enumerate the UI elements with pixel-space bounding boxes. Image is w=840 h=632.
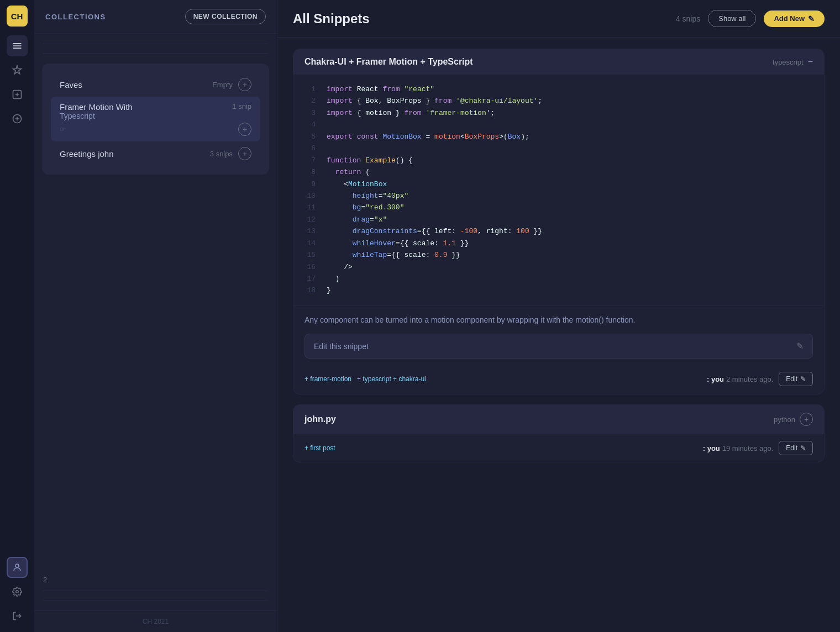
page-title: All Snippets bbox=[293, 11, 370, 27]
framer-bottom: ☞ + bbox=[60, 123, 251, 136]
snippet-edit-button[interactable]: Edit ✎ bbox=[779, 372, 813, 386]
separator-4 bbox=[43, 600, 268, 601]
main-header: All Snippets 4 snips Show all Add New ✎ bbox=[277, 0, 840, 38]
tag-framer-motion: + framer-motion bbox=[305, 375, 351, 383]
snippets-list: Chakra-UI + Framer Motion + TypeScript t… bbox=[277, 38, 840, 632]
snippet-john-footer: + first post : you 19 minutes ago. Edit … bbox=[293, 434, 824, 462]
greetings-add-button[interactable]: + bbox=[238, 147, 251, 160]
code-line-6: 6 bbox=[305, 143, 813, 154]
faves-add-button[interactable]: + bbox=[238, 78, 251, 91]
faves-count: Empty bbox=[212, 81, 233, 89]
code-line-8: 8 return ( bbox=[305, 166, 813, 178]
framer-name-line1: Framer Motion With bbox=[60, 102, 133, 112]
collection-item-framer[interactable]: Framer Motion With Typescript 1 snip ☞ + bbox=[51, 97, 260, 141]
sidebar-item-add2[interactable] bbox=[7, 108, 28, 129]
code-line-9: 9 <MotionBox bbox=[305, 178, 813, 190]
snippet-edit-bar[interactable]: Edit this snippet ✎ bbox=[305, 334, 813, 359]
edit-btn-label: Edit bbox=[786, 375, 797, 383]
code-line-16: 16 /> bbox=[305, 261, 813, 273]
framer-name-block: Framer Motion With Typescript bbox=[60, 102, 133, 120]
sidebar: CH bbox=[0, 0, 34, 632]
framer-add-button[interactable]: + bbox=[238, 123, 251, 136]
code-line-3: 3import { motion } from 'framer-motion'; bbox=[305, 107, 813, 119]
snippet-john-add[interactable]: + bbox=[800, 413, 813, 426]
snips-count: 4 snips bbox=[676, 14, 700, 23]
collections-panel: COLLECTIONS NEW COLLECTION Faves Empty + bbox=[34, 0, 277, 632]
tag-typescript-chakra: + typescript + chakra-ui bbox=[357, 375, 426, 383]
header-actions: 4 snips Show all Add New ✎ bbox=[676, 10, 825, 27]
code-block-chakra: 1import React from "react" 2import { Box… bbox=[293, 75, 824, 306]
snippet-chakra: Chakra-UI + Framer Motion + TypeScript t… bbox=[293, 49, 825, 394]
page-number: 2 bbox=[34, 573, 277, 586]
greetings-left: Greetings john bbox=[60, 149, 114, 159]
snippet-chakra-header: Chakra-UI + Framer Motion + TypeScript t… bbox=[293, 49, 824, 75]
framer-count: 1 snip bbox=[232, 102, 251, 110]
code-line-4: 4 bbox=[305, 119, 813, 130]
cursor-indicator: ☞ bbox=[60, 125, 66, 133]
add-new-label: Add New bbox=[774, 14, 805, 23]
framer-name-line2: Typescript bbox=[60, 112, 133, 120]
app-logo[interactable]: CH bbox=[7, 6, 28, 27]
separator-3 bbox=[43, 591, 268, 591]
edit-pencil-icon[interactable]: ✎ bbox=[796, 341, 804, 351]
separator-2 bbox=[43, 53, 268, 54]
new-collection-button[interactable]: NEW COLLECTION bbox=[185, 9, 266, 24]
snippet-chakra-description: Any component can be turned into a motio… bbox=[293, 306, 824, 334]
snippet-chakra-lang: typescript − bbox=[773, 57, 813, 67]
collection-item-greetings[interactable]: Greetings john 3 snips + bbox=[51, 141, 260, 166]
logout-icon[interactable] bbox=[7, 605, 28, 626]
code-line-10: 10 height="40px" bbox=[305, 190, 813, 202]
code-line-12: 12 drag="x" bbox=[305, 214, 813, 225]
snippet-chakra-collapse[interactable]: − bbox=[808, 57, 813, 67]
add-new-icon: ✎ bbox=[808, 14, 815, 23]
code-line-17: 17 ) bbox=[305, 273, 813, 285]
greetings-count: 3 snips bbox=[210, 150, 233, 158]
code-line-11: 11 bg="red.300" bbox=[305, 202, 813, 213]
faves-name: Faves bbox=[60, 80, 82, 89]
faves-right: Empty + bbox=[212, 78, 251, 91]
snippet-john-edit-button[interactable]: Edit ✎ bbox=[779, 441, 813, 455]
code-line-2: 2import { Box, BoxProps } from '@chakra-… bbox=[305, 95, 813, 107]
collections-label: COLLECTIONS bbox=[45, 13, 106, 21]
snippet-john-lang-label: python bbox=[774, 415, 795, 424]
snippet-chakra-lang-label: typescript bbox=[773, 58, 804, 66]
sidebar-item-sparkle[interactable] bbox=[7, 60, 28, 81]
snippet-meta: : you 2 minutes ago. bbox=[707, 375, 773, 383]
user-avatar[interactable] bbox=[7, 557, 28, 578]
tag-first-post: + first post bbox=[305, 444, 335, 452]
snippet-john-meta: : you 19 minutes ago. bbox=[703, 444, 774, 452]
snippet-chakra-footer: + framer-motion + typescript + chakra-ui… bbox=[293, 366, 824, 394]
code-line-18: 18} bbox=[305, 285, 813, 296]
edit-bar-label: Edit this snippet bbox=[314, 342, 369, 351]
greetings-right: 3 snips + bbox=[210, 147, 251, 160]
show-all-button[interactable]: Show all bbox=[708, 10, 756, 27]
faves-left: Faves bbox=[60, 80, 82, 89]
snippet-john-header: john.py python + bbox=[293, 405, 824, 434]
code-line-1: 1import React from "react" bbox=[305, 83, 813, 95]
john-edit-label: Edit bbox=[786, 444, 797, 452]
collections-list: Faves Empty + Framer Motion With Typescr… bbox=[34, 34, 277, 610]
meta-you-label: : you bbox=[707, 375, 724, 383]
framer-header: Framer Motion With Typescript 1 snip bbox=[60, 102, 251, 120]
meta-time: 2 minutes ago. bbox=[726, 375, 773, 383]
collection-item-faves[interactable]: Faves Empty + bbox=[51, 72, 260, 97]
snippet-john-lang: python + bbox=[774, 413, 813, 426]
separator-1 bbox=[43, 44, 268, 44]
add-new-button[interactable]: Add New ✎ bbox=[764, 10, 825, 27]
settings-icon[interactable] bbox=[7, 581, 28, 602]
code-line-15: 15 whileTap={{ scale: 0.9 }} bbox=[305, 249, 813, 261]
john-meta-you: : you bbox=[703, 444, 720, 452]
sidebar-item-add1[interactable] bbox=[7, 84, 28, 105]
code-line-5: 5export const MotionBox = motion<BoxProp… bbox=[305, 131, 813, 143]
code-line-7: 7function Example() { bbox=[305, 155, 813, 166]
collections-footer: CH 2021 bbox=[34, 610, 277, 632]
sidebar-item-collections[interactable] bbox=[7, 35, 28, 56]
main-content: All Snippets 4 snips Show all Add New ✎ … bbox=[277, 0, 840, 632]
collections-header: COLLECTIONS NEW COLLECTION bbox=[34, 0, 277, 34]
svg-point-2 bbox=[15, 564, 19, 567]
collections-card: Faves Empty + Framer Motion With Typescr… bbox=[42, 64, 269, 175]
svg-point-3 bbox=[15, 591, 18, 593]
john-edit-icon: ✎ bbox=[800, 444, 806, 452]
code-line-13: 13 dragConstraints={{ left: -100, right:… bbox=[305, 225, 813, 237]
snippet-john-title: john.py bbox=[305, 414, 336, 424]
